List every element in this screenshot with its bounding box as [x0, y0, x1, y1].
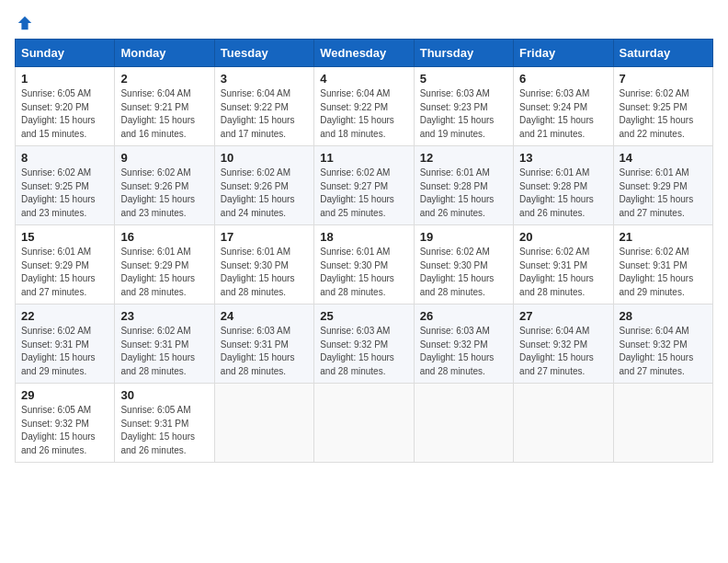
calendar-cell: 2Sunrise: 6:04 AMSunset: 9:21 PMDaylight… [115, 67, 214, 146]
col-header-saturday: Saturday [613, 40, 712, 67]
calendar-cell: 14Sunrise: 6:01 AMSunset: 9:29 PMDayligh… [613, 146, 712, 225]
day-number: 11 [320, 151, 407, 165]
calendar-cell [613, 384, 712, 463]
calendar-cell: 8Sunrise: 6:02 AMSunset: 9:25 PMDaylight… [16, 146, 115, 225]
calendar-cell: 5Sunrise: 6:03 AMSunset: 9:23 PMDaylight… [414, 67, 513, 146]
calendar-cell: 6Sunrise: 6:03 AMSunset: 9:24 PMDaylight… [514, 67, 613, 146]
day-number: 17 [221, 230, 308, 244]
col-header-friday: Friday [514, 40, 613, 67]
calendar-week-row: 15Sunrise: 6:01 AMSunset: 9:29 PMDayligh… [16, 225, 713, 304]
day-number: 8 [21, 151, 108, 165]
calendar-cell: 18Sunrise: 6:01 AMSunset: 9:30 PMDayligh… [314, 225, 414, 304]
day-info: Sunrise: 6:02 AMSunset: 9:25 PMDaylight:… [21, 167, 108, 220]
day-number: 1 [21, 72, 108, 86]
calendar-cell: 10Sunrise: 6:02 AMSunset: 9:26 PMDayligh… [214, 146, 313, 225]
day-info: Sunrise: 6:01 AMSunset: 9:29 PMDaylight:… [620, 167, 707, 220]
calendar-cell: 26Sunrise: 6:03 AMSunset: 9:32 PMDayligh… [414, 304, 513, 384]
day-info: Sunrise: 6:04 AMSunset: 9:32 PMDaylight:… [519, 325, 607, 378]
day-number: 2 [120, 72, 208, 86]
col-header-tuesday: Tuesday [214, 40, 313, 67]
calendar-cell [514, 384, 613, 463]
calendar-cell: 11Sunrise: 6:02 AMSunset: 9:27 PMDayligh… [314, 146, 414, 225]
day-number: 28 [620, 309, 707, 323]
day-info: Sunrise: 6:02 AMSunset: 9:25 PMDaylight:… [620, 87, 707, 141]
day-info: Sunrise: 6:03 AMSunset: 9:31 PMDaylight:… [221, 325, 308, 378]
day-number: 21 [620, 230, 707, 244]
calendar-cell [414, 384, 513, 463]
logo [15, 15, 33, 28]
calendar-week-row: 22Sunrise: 6:02 AMSunset: 9:31 PMDayligh… [16, 304, 713, 384]
calendar-cell: 29Sunrise: 6:05 AMSunset: 9:32 PMDayligh… [16, 384, 115, 463]
day-number: 30 [120, 388, 208, 402]
day-info: Sunrise: 6:01 AMSunset: 9:30 PMDaylight:… [320, 246, 407, 299]
calendar-cell: 23Sunrise: 6:02 AMSunset: 9:31 PMDayligh… [115, 304, 214, 384]
day-info: Sunrise: 6:05 AMSunset: 9:31 PMDaylight:… [120, 404, 208, 457]
calendar-cell: 1Sunrise: 6:05 AMSunset: 9:20 PMDaylight… [16, 67, 115, 146]
calendar-cell: 4Sunrise: 6:04 AMSunset: 9:22 PMDaylight… [314, 67, 414, 146]
day-number: 5 [420, 72, 507, 86]
day-number: 20 [519, 230, 607, 244]
day-info: Sunrise: 6:02 AMSunset: 9:31 PMDaylight:… [21, 325, 108, 378]
day-info: Sunrise: 6:03 AMSunset: 9:32 PMDaylight:… [320, 325, 407, 378]
day-info: Sunrise: 6:02 AMSunset: 9:31 PMDaylight:… [519, 246, 607, 299]
day-number: 10 [221, 151, 308, 165]
calendar-cell: 12Sunrise: 6:01 AMSunset: 9:28 PMDayligh… [414, 146, 513, 225]
day-number: 23 [120, 309, 208, 323]
day-info: Sunrise: 6:04 AMSunset: 9:22 PMDaylight:… [320, 87, 407, 141]
day-number: 25 [320, 309, 407, 323]
day-number: 6 [519, 72, 607, 86]
day-number: 3 [221, 72, 308, 86]
day-info: Sunrise: 6:02 AMSunset: 9:26 PMDaylight:… [120, 167, 208, 220]
day-info: Sunrise: 6:05 AMSunset: 9:32 PMDaylight:… [21, 404, 108, 457]
calendar-cell: 13Sunrise: 6:01 AMSunset: 9:28 PMDayligh… [514, 146, 613, 225]
calendar-cell: 17Sunrise: 6:01 AMSunset: 9:30 PMDayligh… [214, 225, 313, 304]
day-info: Sunrise: 6:02 AMSunset: 9:27 PMDaylight:… [320, 167, 407, 220]
calendar-cell: 19Sunrise: 6:02 AMSunset: 9:30 PMDayligh… [414, 225, 513, 304]
day-info: Sunrise: 6:04 AMSunset: 9:32 PMDaylight:… [620, 325, 707, 378]
page-header [15, 15, 713, 28]
logo-icon [17, 15, 33, 31]
calendar-cell: 20Sunrise: 6:02 AMSunset: 9:31 PMDayligh… [514, 225, 613, 304]
col-header-monday: Monday [115, 40, 214, 67]
day-info: Sunrise: 6:02 AMSunset: 9:31 PMDaylight:… [620, 246, 707, 299]
calendar-cell: 24Sunrise: 6:03 AMSunset: 9:31 PMDayligh… [214, 304, 313, 384]
calendar-cell: 25Sunrise: 6:03 AMSunset: 9:32 PMDayligh… [314, 304, 414, 384]
calendar-cell: 27Sunrise: 6:04 AMSunset: 9:32 PMDayligh… [514, 304, 613, 384]
day-number: 19 [420, 230, 507, 244]
day-number: 16 [120, 230, 208, 244]
calendar-week-row: 1Sunrise: 6:05 AMSunset: 9:20 PMDaylight… [16, 67, 713, 146]
day-info: Sunrise: 6:02 AMSunset: 9:31 PMDaylight:… [120, 325, 208, 378]
calendar-cell: 15Sunrise: 6:01 AMSunset: 9:29 PMDayligh… [16, 225, 115, 304]
day-info: Sunrise: 6:05 AMSunset: 9:20 PMDaylight:… [21, 87, 108, 141]
day-info: Sunrise: 6:01 AMSunset: 9:29 PMDaylight:… [21, 246, 108, 299]
day-number: 4 [320, 72, 407, 86]
day-number: 27 [519, 309, 607, 323]
day-number: 14 [620, 151, 707, 165]
calendar-table: SundayMondayTuesdayWednesdayThursdayFrid… [15, 39, 713, 463]
calendar-cell: 3Sunrise: 6:04 AMSunset: 9:22 PMDaylight… [214, 67, 313, 146]
day-number: 12 [420, 151, 507, 165]
day-info: Sunrise: 6:03 AMSunset: 9:32 PMDaylight:… [420, 325, 507, 378]
day-number: 7 [620, 72, 707, 86]
day-info: Sunrise: 6:02 AMSunset: 9:26 PMDaylight:… [221, 167, 308, 220]
day-number: 15 [21, 230, 108, 244]
day-info: Sunrise: 6:01 AMSunset: 9:28 PMDaylight:… [420, 167, 507, 220]
day-number: 26 [420, 309, 507, 323]
day-info: Sunrise: 6:01 AMSunset: 9:30 PMDaylight:… [221, 246, 308, 299]
col-header-thursday: Thursday [414, 40, 513, 67]
calendar-header-row: SundayMondayTuesdayWednesdayThursdayFrid… [16, 40, 713, 67]
svg-marker-0 [18, 17, 31, 29]
day-number: 29 [21, 388, 108, 402]
day-info: Sunrise: 6:03 AMSunset: 9:23 PMDaylight:… [420, 87, 507, 141]
calendar-cell: 16Sunrise: 6:01 AMSunset: 9:29 PMDayligh… [115, 225, 214, 304]
calendar-cell: 28Sunrise: 6:04 AMSunset: 9:32 PMDayligh… [613, 304, 712, 384]
col-header-wednesday: Wednesday [314, 40, 414, 67]
calendar-cell [314, 384, 414, 463]
day-info: Sunrise: 6:02 AMSunset: 9:30 PMDaylight:… [420, 246, 507, 299]
day-number: 24 [221, 309, 308, 323]
calendar-week-row: 8Sunrise: 6:02 AMSunset: 9:25 PMDaylight… [16, 146, 713, 225]
calendar-week-row: 29Sunrise: 6:05 AMSunset: 9:32 PMDayligh… [16, 384, 713, 463]
calendar-cell: 30Sunrise: 6:05 AMSunset: 9:31 PMDayligh… [115, 384, 214, 463]
day-info: Sunrise: 6:04 AMSunset: 9:21 PMDaylight:… [120, 87, 208, 141]
day-number: 22 [21, 309, 108, 323]
